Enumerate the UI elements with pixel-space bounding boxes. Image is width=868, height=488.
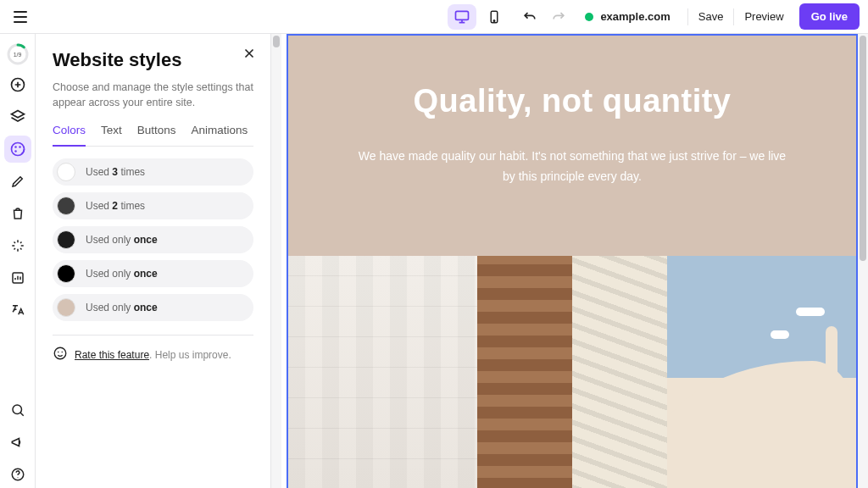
color-swatch [57, 197, 75, 215]
divider [733, 8, 734, 25]
gallery-image[interactable] [667, 256, 856, 488]
svg-rect-0 [456, 11, 469, 19]
add-section-button[interactable] [4, 71, 31, 98]
color-chip[interactable]: Used 2 times [53, 192, 253, 219]
color-chip[interactable]: Used only once [53, 226, 253, 253]
svg-point-7 [14, 146, 17, 148]
styles-button[interactable] [4, 136, 31, 163]
hamburger-menu-button[interactable] [8, 5, 32, 29]
device-desktop-button[interactable] [448, 4, 476, 30]
undo-button[interactable] [517, 4, 542, 30]
canvas-scrollbar[interactable] [858, 34, 868, 488]
language-button[interactable] [4, 297, 31, 324]
gallery-image[interactable] [477, 256, 666, 488]
site-name: example.com [600, 10, 670, 23]
save-button[interactable]: Save [692, 5, 731, 28]
site-indicator[interactable]: example.com [585, 10, 670, 23]
close-panel-button[interactable] [242, 46, 257, 64]
panel-scrollbar[interactable] [271, 34, 281, 488]
color-list: Used 3 times Used 2 times Used only once… [53, 158, 253, 336]
color-usage-label: Used only once [86, 234, 158, 246]
layers-button[interactable] [4, 103, 31, 130]
search-button[interactable] [4, 396, 31, 424]
color-swatch [57, 163, 75, 181]
rate-link[interactable]: Rate this feature [75, 349, 149, 361]
color-swatch [57, 264, 75, 283]
preview-button[interactable]: Preview [737, 5, 790, 28]
color-usage-label: Used only once [86, 268, 158, 280]
store-button[interactable] [4, 200, 31, 227]
svg-point-11 [13, 405, 22, 414]
tab-text[interactable]: Text [101, 124, 122, 146]
svg-point-16 [62, 352, 64, 353]
svg-point-14 [54, 348, 66, 360]
tab-animations[interactable]: Animations [192, 124, 248, 146]
gallery-section[interactable] [288, 256, 856, 488]
color-swatch [57, 230, 75, 249]
hero-section[interactable]: Quality, not quantity We have made quali… [288, 36, 856, 256]
tab-colors[interactable]: Colors [53, 124, 86, 147]
divider [687, 8, 688, 25]
gallery-image[interactable] [288, 256, 477, 488]
rate-tail: . Help us improve. [149, 349, 231, 361]
rate-feature: Rate this feature. Help us improve. [53, 346, 253, 363]
redo-button[interactable] [546, 4, 571, 30]
go-live-button[interactable]: Go live [799, 3, 860, 30]
hero-subtext[interactable]: We have made quality our habit. It's not… [352, 147, 793, 187]
ai-button[interactable] [4, 232, 31, 259]
svg-point-8 [19, 146, 21, 148]
color-swatch [57, 298, 75, 317]
help-button[interactable] [4, 461, 31, 488]
color-chip[interactable]: Used only once [53, 260, 253, 287]
analytics-button[interactable] [4, 264, 31, 291]
hero-headline[interactable]: Quality, not quantity [413, 83, 731, 119]
history-group [517, 4, 571, 30]
announce-button[interactable] [4, 429, 31, 456]
canvas-selection[interactable]: Quality, not quantity We have made quali… [287, 34, 858, 488]
svg-point-2 [494, 19, 496, 21]
color-chip[interactable]: Used only once [53, 294, 253, 321]
panel-tabs: Colors Text Buttons Animations [53, 124, 253, 147]
styles-panel: Website styles Choose and manage the sty… [36, 34, 271, 488]
tab-buttons[interactable]: Buttons [137, 124, 176, 146]
color-usage-label: Used 3 times [86, 166, 145, 178]
edit-button[interactable] [4, 168, 31, 195]
color-usage-label: Used only once [86, 302, 158, 313]
svg-point-13 [17, 477, 18, 478]
svg-point-15 [58, 352, 59, 353]
panel-title: Website styles [53, 49, 253, 71]
progress-indicator[interactable]: 1/9 [6, 42, 30, 66]
device-mobile-button[interactable] [480, 4, 509, 30]
color-chip[interactable]: Used 3 times [53, 158, 253, 186]
progress-label: 1/9 [6, 42, 30, 66]
smile-icon [53, 346, 68, 363]
status-dot-icon [585, 13, 593, 21]
top-bar: example.com Save Preview Go live [0, 0, 868, 34]
svg-point-9 [14, 150, 17, 152]
device-toggle-group [448, 4, 509, 30]
tool-rail: 1/9 [0, 34, 36, 488]
panel-description: Choose and manage the style settings tha… [53, 80, 253, 110]
canvas: Quality, not quantity We have made quali… [281, 34, 868, 488]
color-usage-label: Used 2 times [86, 200, 145, 212]
